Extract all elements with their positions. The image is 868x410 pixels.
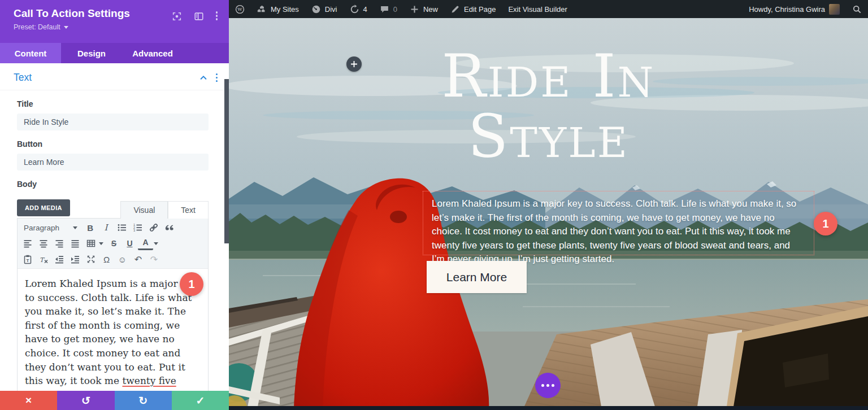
title-field-label: Title: [17, 99, 229, 108]
button-field-label: Button: [17, 139, 229, 149]
new-content[interactable]: New: [403, 0, 444, 18]
paragraph-format-button[interactable]: Paragraph: [20, 224, 82, 232]
cta-title[interactable]: Ride In Style: [229, 46, 868, 167]
comments-label: 0: [393, 5, 397, 14]
editor-toolbar: ParagraphBI123 SUA TTΩ☺↶↷: [18, 219, 208, 269]
redo-button[interactable]: ↻: [115, 391, 172, 410]
align-right-button[interactable]: [51, 237, 67, 250]
caret-down-icon: [99, 242, 103, 245]
body-editor: ParagraphBI123 SUA TTΩ☺↶↷ Lorem Khaled I…: [17, 218, 209, 401]
account-menu[interactable]: Howdy, Christina Gwira: [743, 0, 846, 18]
strikethrough-button[interactable]: S: [106, 237, 121, 250]
section-menu-button[interactable]: [535, 373, 561, 398]
discard-button[interactable]: ×: [0, 391, 57, 410]
undo-icon: ↺: [81, 394, 90, 407]
tab-visual[interactable]: Visual: [120, 201, 168, 219]
search-button[interactable]: [846, 0, 868, 18]
numbered-list-icon: 123: [133, 223, 143, 233]
cta-body-text[interactable]: Lorem Khaled Ipsum is a major key to suc…: [423, 191, 814, 255]
tab-text[interactable]: Text: [168, 201, 209, 219]
bulleted-list-icon: [117, 223, 127, 233]
underline-button[interactable]: U: [122, 237, 137, 250]
panel-body: Text Title Button Body ADD MEDIA Visual …: [0, 63, 229, 391]
my-sites[interactable]: My Sites: [251, 0, 305, 18]
tab-design[interactable]: Design: [61, 43, 122, 63]
decrease-indent-icon: [54, 254, 64, 264]
insert-link-button[interactable]: [146, 221, 161, 234]
text-color-button[interactable]: A: [138, 237, 153, 250]
align-center-button[interactable]: [36, 237, 51, 250]
editor-mode-tabs: Visual Text: [120, 201, 209, 219]
decrease-indent-button[interactable]: [51, 252, 67, 266]
cta-button[interactable]: Learn More: [427, 261, 527, 293]
bulleted-list-button[interactable]: [114, 221, 129, 234]
svg-text:T: T: [26, 258, 29, 263]
table-button[interactable]: [83, 237, 98, 250]
justify-button[interactable]: [67, 237, 83, 250]
comments[interactable]: 0: [374, 0, 403, 18]
editor-change-badge: 1: [180, 272, 203, 296]
panel-title: Call To Action Settings: [14, 7, 130, 20]
add-media-button[interactable]: ADD MEDIA: [17, 199, 70, 216]
update-icon: [350, 5, 359, 14]
expand-module-icon[interactable]: [172, 11, 182, 43]
title-input[interactable]: [17, 114, 209, 130]
tab-content[interactable]: Content: [0, 43, 61, 63]
align-right-icon: [54, 238, 64, 248]
settings-panel: Call To Action Settings Preset: Default …: [0, 0, 229, 410]
plus-icon: [410, 5, 419, 14]
screen: WMy SitesDivi40NewEdit PageExit Visual B…: [0, 0, 868, 410]
search-icon: [852, 5, 862, 14]
caret-down-icon: [154, 242, 158, 245]
collapse-section-icon[interactable]: [199, 74, 207, 82]
wp-icon: W: [235, 5, 245, 14]
italic-button[interactable]: I: [98, 221, 114, 234]
exit-visual-builder[interactable]: Exit Visual Builder: [502, 0, 574, 18]
emoticons-button[interactable]: ☺: [115, 252, 130, 266]
body-field-label: Body: [17, 180, 229, 189]
bold-button[interactable]: B: [83, 221, 98, 234]
button-input[interactable]: [17, 154, 209, 171]
clear-formatting-icon: T: [38, 254, 49, 264]
change-count-badge: 1: [814, 212, 837, 235]
updates[interactable]: 4: [344, 0, 374, 18]
text-section-header[interactable]: Text: [0, 63, 229, 90]
divi-menu[interactable]: Divi: [305, 0, 344, 18]
redo-button[interactable]: ↷: [146, 252, 162, 266]
panel-scrollbar[interactable]: [224, 79, 229, 243]
tab-advanced[interactable]: Advanced: [122, 43, 183, 63]
align-left-button[interactable]: [20, 237, 35, 250]
divi-menu-label: Divi: [325, 5, 337, 14]
svg-text:T: T: [40, 256, 45, 264]
editor-content[interactable]: Lorem Khaled Ipsum is a major key to suc…: [18, 269, 208, 400]
blockquote-icon: [164, 223, 175, 233]
caret-down-icon: [64, 26, 68, 29]
admin-bar-left: WMy SitesDivi40NewEdit PageExit Visual B…: [229, 0, 574, 18]
fullscreen-button[interactable]: [83, 252, 98, 266]
undo-button[interactable]: ↺: [57, 391, 114, 410]
preset-selector[interactable]: Preset: Default: [14, 23, 130, 31]
panel-layout-icon[interactable]: [194, 11, 204, 43]
cta-title-line2: Style: [229, 107, 868, 167]
check-icon: ✓: [196, 394, 205, 407]
wordpress-menu[interactable]: W: [229, 0, 251, 18]
save-button[interactable]: ✓: [172, 391, 229, 410]
undo-button[interactable]: ↶: [131, 252, 146, 266]
panel-header[interactable]: Call To Action Settings Preset: Default: [0, 0, 229, 43]
increase-indent-button[interactable]: [67, 252, 83, 266]
clear-formatting-button[interactable]: T: [36, 252, 51, 266]
numbered-list-button[interactable]: 123: [130, 221, 145, 234]
paste-as-text-button[interactable]: T: [20, 252, 35, 266]
blockquote-button[interactable]: [162, 221, 177, 234]
paste-as-text-icon: T: [23, 254, 33, 264]
updates-label: 4: [363, 5, 367, 14]
panel-options-icon[interactable]: [216, 11, 218, 43]
redo-icon: ↻: [138, 394, 147, 407]
align-center-icon: [38, 238, 49, 248]
edit-page[interactable]: Edit Page: [444, 0, 502, 18]
wp-admin-bar: WMy SitesDivi40NewEdit PageExit Visual B…: [229, 0, 868, 18]
special-character-button[interactable]: Ω: [99, 252, 114, 266]
divi-icon: [311, 5, 321, 14]
ellipsis-icon: [541, 384, 544, 387]
section-options-icon[interactable]: [216, 73, 218, 82]
